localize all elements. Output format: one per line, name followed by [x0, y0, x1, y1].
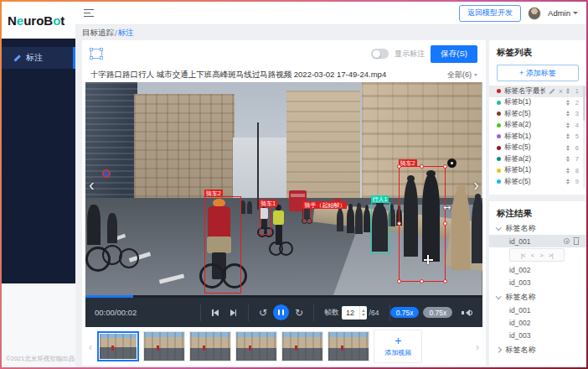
- add-label-button[interactable]: + 添加标签: [497, 65, 579, 81]
- annotation-box[interactable]: 骑车2: [204, 196, 241, 294]
- video-thumbnail[interactable]: [97, 331, 139, 361]
- pedestrian-figure: [247, 201, 252, 214]
- label-row[interactable]: 标签a(2)7: [489, 153, 586, 165]
- user-menu[interactable]: Admin: [548, 8, 578, 18]
- back-to-model-dev-button[interactable]: 返回模型开发: [459, 5, 521, 22]
- page-button[interactable]: >|: [549, 252, 553, 258]
- scrollbar-thumb[interactable]: [583, 86, 585, 121]
- sort-icon[interactable]: [566, 100, 570, 106]
- annotation-label: 骑车1: [259, 200, 277, 207]
- next-frame-button[interactable]: [230, 309, 237, 316]
- annotation-box[interactable]: 骑手（起始帧）: [303, 208, 312, 222]
- label-row[interactable]: 标签b(1)8: [489, 165, 586, 177]
- prev-video-chevron[interactable]: ‹: [89, 176, 95, 193]
- annotation-box[interactable]: 骑车2↔: [399, 166, 446, 282]
- sort-down-arrow: [566, 126, 570, 128]
- show-annotation-toggle[interactable]: [371, 49, 389, 59]
- forward-icon[interactable]: ↻: [295, 308, 303, 318]
- video-thumbnail[interactable]: [281, 331, 323, 361]
- video-canvas[interactable]: ‹ › 骑车2骑车1骑手（起始帧）行人1骑车2↔: [85, 82, 482, 295]
- resize-handle[interactable]: [397, 279, 401, 283]
- video-thumbnail[interactable]: [235, 331, 277, 361]
- pause-button[interactable]: [273, 304, 289, 320]
- annotation-label: 骑车2: [204, 190, 223, 197]
- frame-value[interactable]: 12: [342, 306, 359, 320]
- caret-right-icon: [496, 347, 501, 352]
- prev-frame-button[interactable]: [212, 309, 219, 316]
- visibility-icon[interactable]: [564, 238, 570, 244]
- video-thumbnail[interactable]: [189, 331, 231, 361]
- result-group-header[interactable]: 标签名称: [489, 290, 586, 304]
- annotation-box[interactable]: 骑车1: [260, 206, 271, 235]
- scrollbar-track[interactable]: [583, 86, 585, 188]
- rewind-icon[interactable]: ↺: [259, 308, 267, 318]
- video-progress-bar[interactable]: [85, 295, 482, 298]
- page-button[interactable]: |<: [521, 252, 525, 258]
- label-row[interactable]: 标签a(2)4: [489, 120, 586, 132]
- filmstrip: ‹ + 添加视频 ›: [82, 327, 486, 366]
- trash-icon[interactable]: [574, 239, 579, 245]
- result-item[interactable]: id_002: [489, 316, 586, 329]
- video-thumbnail[interactable]: [143, 331, 185, 361]
- label-row[interactable]: 标签c(5)9: [489, 176, 586, 188]
- sort-icon[interactable]: [566, 122, 570, 128]
- add-video-button[interactable]: + 添加视频: [374, 330, 422, 363]
- resize-handle[interactable]: [397, 164, 401, 169]
- result-group-header[interactable]: 标签名称: [489, 221, 586, 235]
- label-row[interactable]: 标签c(5)3: [489, 108, 586, 120]
- app-screen: NeuroBot 标注 ©2021北京矩视智能出品 返回模型开发 Admin 目…: [2, 2, 586, 367]
- sort-icon[interactable]: [566, 133, 570, 139]
- label-list-title: 标签列表: [489, 40, 586, 59]
- sort-up-arrow: [566, 145, 570, 148]
- thumbnail-image: [100, 334, 137, 359]
- breadcrumb-parent[interactable]: 目标追踪: [82, 28, 114, 39]
- result-group-header[interactable]: 标签名称: [489, 343, 586, 356]
- filmstrip-next-chevron[interactable]: ›: [475, 340, 480, 353]
- resize-cursor-icon: ↔: [443, 202, 451, 213]
- sort-icon[interactable]: [566, 145, 570, 151]
- video-thumbnail[interactable]: [328, 331, 369, 361]
- avatar[interactable]: [528, 7, 541, 20]
- annotation-box[interactable]: 行人1: [371, 202, 390, 254]
- sort-down-arrow: [566, 171, 570, 174]
- filmstrip-prev-chevron[interactable]: ‹: [88, 340, 93, 353]
- frame-stepper[interactable]: [359, 306, 367, 320]
- label-row[interactable]: 标签c(5)6: [489, 143, 586, 154]
- delete-icon[interactable]: ×: [559, 88, 563, 95]
- edit-icon[interactable]: [549, 88, 555, 95]
- label-row[interactable]: 标签b(1)2: [489, 97, 586, 109]
- label-color-dot: [497, 146, 501, 150]
- result-pagination: |<<>>|: [509, 248, 565, 262]
- result-item-id: id_003: [509, 278, 531, 287]
- result-item[interactable]: id_003: [489, 329, 586, 341]
- result-item[interactable]: id_003: [489, 276, 586, 288]
- next-video-chevron[interactable]: ›: [473, 176, 479, 193]
- filter-dropdown[interactable]: 全部(6): [447, 70, 477, 81]
- sort-icon[interactable]: [566, 168, 570, 174]
- sort-icon[interactable]: [566, 179, 570, 184]
- sort-icon[interactable]: [566, 88, 570, 94]
- result-item[interactable]: id_001: [489, 235, 586, 247]
- result-item[interactable]: id_002: [489, 263, 586, 276]
- thumbnail-image: [190, 332, 230, 361]
- video-title: 十字路口路口行人 城市交通上下班高峰斑马线过马路视频 2022-03-02 17…: [90, 70, 386, 81]
- speed-pill-inactive[interactable]: 0.75x: [423, 307, 452, 318]
- page-button[interactable]: <: [531, 252, 534, 258]
- sort-icon[interactable]: [566, 156, 570, 162]
- resize-handle[interactable]: [397, 221, 401, 226]
- volume-icon[interactable]: [462, 309, 473, 317]
- menu-collapse-icon[interactable]: [84, 9, 94, 18]
- sort-icon[interactable]: [566, 111, 570, 117]
- resize-handle[interactable]: [420, 164, 424, 169]
- frame-input[interactable]: 12: [342, 306, 367, 320]
- label-row[interactable]: 标签名字最长数...×1: [489, 86, 586, 97]
- page-button[interactable]: >: [540, 252, 544, 258]
- sort-up-arrow: [566, 100, 570, 102]
- speed-pill-active[interactable]: 0.75x: [390, 307, 420, 318]
- save-button[interactable]: 保存(S): [431, 45, 477, 63]
- label-row[interactable]: 标签b(1)5: [489, 131, 586, 143]
- rect-select-tool-icon[interactable]: [90, 49, 102, 59]
- result-item[interactable]: id_001: [489, 304, 586, 316]
- sidebar-item-annotation[interactable]: 标注: [2, 47, 75, 69]
- breadcrumb: 目标追踪 / 标注: [82, 25, 134, 40]
